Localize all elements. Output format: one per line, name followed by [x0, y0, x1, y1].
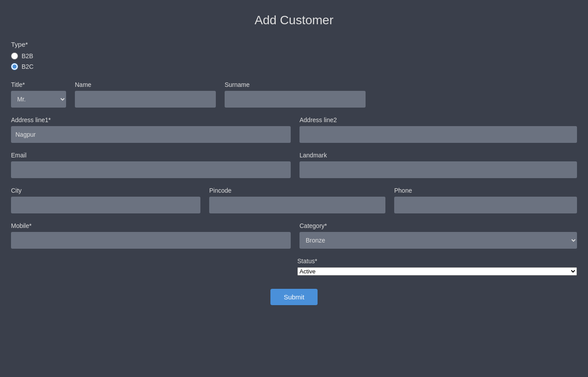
city-input[interactable]: [11, 197, 200, 213]
name-label: Name: [75, 81, 216, 88]
landmark-label: Landmark: [300, 152, 577, 159]
radio-b2c-label: B2C: [22, 63, 33, 70]
phone-input[interactable]: [394, 197, 577, 213]
mobile-input[interactable]: [11, 232, 291, 249]
radio-b2b-input[interactable]: [11, 52, 18, 60]
field-address1: Address line1*: [11, 116, 291, 143]
field-surname: Surname: [225, 81, 366, 108]
field-landmark: Landmark: [300, 152, 577, 178]
mobile-label: Mobile*: [11, 222, 291, 229]
field-title: Title* Mr. Mrs. Ms. Dr.: [11, 81, 66, 108]
landmark-input[interactable]: [300, 161, 577, 178]
title-select[interactable]: Mr. Mrs. Ms. Dr.: [11, 91, 66, 108]
address2-input[interactable]: [300, 126, 577, 143]
category-label: Category*: [300, 222, 577, 229]
row-email-landmark: Email Landmark: [11, 152, 577, 178]
title-label: Title*: [11, 81, 66, 88]
row-city-pincode-phone: City Pincode Phone: [11, 187, 577, 213]
phone-label: Phone: [394, 187, 577, 194]
surname-label: Surname: [225, 81, 366, 88]
row-address: Address line1* Address line2: [11, 116, 577, 143]
row-title-name-surname: Title* Mr. Mrs. Ms. Dr. Name Surname: [11, 81, 577, 108]
category-select[interactable]: Bronze Silver Gold Platinum: [300, 232, 577, 249]
address1-label: Address line1*: [11, 116, 291, 123]
address1-input[interactable]: [11, 126, 291, 143]
field-phone: Phone: [394, 187, 577, 213]
field-pincode: Pincode: [209, 187, 385, 213]
field-mobile: Mobile*: [11, 222, 291, 249]
field-name: Name: [75, 81, 216, 108]
field-status: Status* Active Inactive: [297, 258, 577, 276]
city-label: City: [11, 187, 200, 194]
radio-b2c-input[interactable]: [11, 63, 18, 70]
radio-b2c[interactable]: B2C: [11, 63, 577, 70]
row-mobile-category: Mobile* Category* Bronze Silver Gold Pla…: [11, 222, 577, 249]
type-label: Type*: [11, 41, 577, 48]
status-select[interactable]: Active Inactive: [297, 267, 577, 276]
type-section: Type* B2B B2C: [11, 41, 577, 70]
radio-b2b[interactable]: B2B: [11, 52, 577, 60]
surname-input[interactable]: [225, 91, 366, 108]
submit-button[interactable]: Submit: [270, 289, 318, 305]
row-status: Status* Active Inactive: [11, 258, 577, 276]
field-address2: Address line2: [300, 116, 577, 143]
radio-b2b-label: B2B: [22, 52, 33, 60]
field-category: Category* Bronze Silver Gold Platinum: [300, 222, 577, 249]
email-label: Email: [11, 152, 291, 159]
email-input[interactable]: [11, 161, 291, 178]
pincode-input[interactable]: [209, 197, 385, 213]
type-radio-group: B2B B2C: [11, 52, 577, 70]
field-email: Email: [11, 152, 291, 178]
page-title: Add Customer: [11, 13, 577, 27]
address2-label: Address line2: [300, 116, 577, 123]
field-city: City: [11, 187, 200, 213]
pincode-label: Pincode: [209, 187, 385, 194]
name-input[interactable]: [75, 91, 216, 108]
status-label: Status*: [297, 258, 577, 265]
submit-row: Submit: [11, 289, 577, 305]
